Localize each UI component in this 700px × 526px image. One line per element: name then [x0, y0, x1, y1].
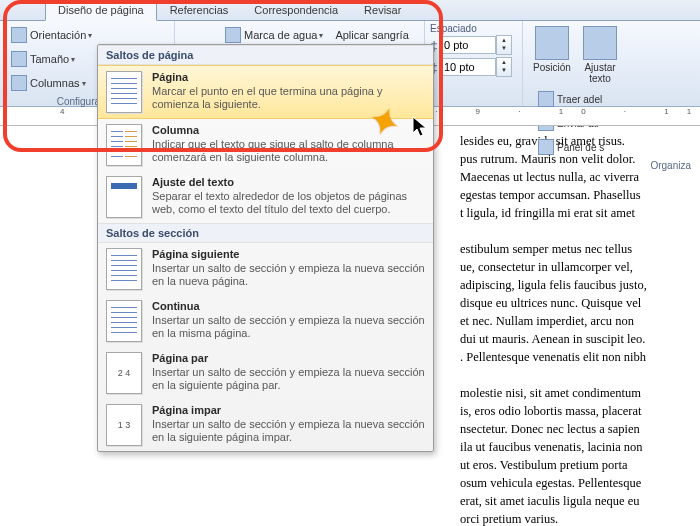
group-arrange-label: Organiza [528, 159, 695, 172]
section-continuous-icon [106, 300, 142, 342]
section-next-page-icon [106, 248, 142, 290]
group-arrange: Posición Ajustar texto Traer adel Enviar… [523, 21, 700, 106]
tab-mailings[interactable]: Correspondencia [241, 0, 351, 20]
orientation-button[interactable]: Orientación▾ [6, 24, 168, 46]
position-label: Posición [533, 62, 571, 73]
group-spacing: Espaciado ‡▲▼ ‡▲▼ [425, 21, 523, 106]
section-even-page-icon: 2 4 [106, 352, 142, 394]
watermark-icon [225, 27, 241, 43]
spacing-after[interactable]: ‡▲▼ [430, 57, 517, 77]
section-odd-page-icon: 1 3 [106, 404, 142, 446]
menu-item-continuous[interactable]: ContinuaInsertar un salto de sección y e… [98, 295, 433, 347]
menu-item-page-title: Página [152, 71, 425, 83]
page-break-icon [106, 71, 142, 113]
menu-header-section-breaks: Saltos de sección [98, 223, 433, 243]
apply-indent-label: Aplicar sangría [335, 29, 408, 41]
size-button[interactable]: Tamaño▾ [6, 48, 80, 70]
spacing-after-input[interactable] [440, 58, 496, 76]
spacing-before[interactable]: ‡▲▼ [430, 35, 517, 55]
ribbon-tabs: Diseño de página Referencias Corresponde… [0, 0, 700, 21]
bring-forward-icon [538, 91, 554, 107]
wrap-icon [583, 26, 617, 60]
tab-references[interactable]: Referencias [157, 0, 242, 20]
wrap-label: Ajustar texto [577, 62, 623, 84]
tab-page-layout[interactable]: Diseño de página [45, 0, 157, 21]
orientation-icon [11, 27, 27, 43]
menu-item-cont-title: Continua [152, 300, 425, 312]
watermark-label: Marca de agua [244, 29, 317, 41]
mouse-cursor-icon [412, 116, 430, 143]
tab-review[interactable]: Revisar [351, 0, 414, 20]
menu-item-wrap-title: Ajuste del texto [152, 176, 425, 188]
menu-item-odd-page[interactable]: 1 3 Página imparInsertar un salto de sec… [98, 399, 433, 451]
menu-header-page-breaks: Saltos de página [98, 45, 433, 65]
watermark-button[interactable]: Marca de agua▾ [220, 24, 328, 46]
menu-item-text-wrap[interactable]: Ajuste del textoSeparar el texto alreded… [98, 171, 433, 223]
size-label: Tamaño [30, 53, 69, 65]
columns-icon [11, 75, 27, 91]
selection-pane-icon [538, 139, 554, 155]
text-wrap-break-icon [106, 176, 142, 218]
menu-item-cont-desc: Insertar un salto de sección y empieza l… [152, 314, 425, 340]
position-icon [535, 26, 569, 60]
menu-item-next-desc: Insertar un salto de sección y empieza l… [152, 262, 425, 288]
column-break-icon [106, 124, 142, 166]
menu-item-odd-desc: Insertar un salto de sección y empieza l… [152, 418, 425, 444]
wrap-text-button[interactable]: Ajustar texto [576, 23, 624, 87]
columns-label: Columnas [30, 77, 80, 89]
size-icon [11, 51, 27, 67]
menu-item-next-title: Página siguiente [152, 248, 425, 260]
selection-pane-button[interactable]: Panel de s [533, 136, 609, 158]
spacing-label: Espaciado [430, 23, 517, 34]
orientation-label: Orientación [30, 29, 86, 41]
menu-item-wrap-desc: Separar el texto alrededor de los objeto… [152, 190, 425, 216]
spacing-before-input[interactable] [440, 36, 496, 54]
menu-item-odd-title: Página impar [152, 404, 425, 416]
menu-item-even-page[interactable]: 2 4 Página parInsertar un salto de secci… [98, 347, 433, 399]
position-button[interactable]: Posición [528, 23, 576, 87]
menu-item-even-desc: Insertar un salto de sección y empieza l… [152, 366, 425, 392]
menu-item-next-page[interactable]: Página siguienteInsertar un salto de sec… [98, 243, 433, 295]
apply-indent-button[interactable]: Aplicar sangría [330, 24, 413, 46]
menu-item-even-title: Página par [152, 352, 425, 364]
